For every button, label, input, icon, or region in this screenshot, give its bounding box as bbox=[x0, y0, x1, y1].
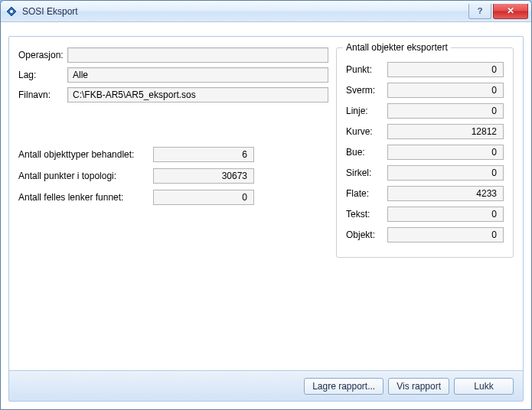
group-eksportert: Antall objekter eksportert Punkt: 0 Sver… bbox=[336, 47, 514, 258]
dialog-body: Operasjon: Lag: Alle Filnavn: C:\FKB-AR5… bbox=[1, 22, 531, 409]
label-filnavn: Filnavn: bbox=[18, 89, 67, 100]
glabel-kurve: Kurve: bbox=[346, 126, 387, 137]
help-icon: ? bbox=[478, 6, 483, 15]
field-lag: Alle bbox=[67, 67, 328, 83]
left-panel: Operasjon: Lag: Alle Filnavn: C:\FKB-AR5… bbox=[18, 47, 328, 363]
label-punkter-topologi: Antall punkter i topologi: bbox=[18, 171, 153, 181]
value-objekttyper: 6 bbox=[153, 147, 254, 162]
value-punkter-topologi: 30673 bbox=[153, 168, 254, 184]
dialog-window: SOSI Eksport ? ✕ Operasjon: Lag: Alle bbox=[0, 0, 532, 410]
lagre-rapport-button[interactable]: Lagre rapport... bbox=[304, 378, 383, 395]
stat-punkter-topologi: Antall punkter i topologi: 30673 bbox=[18, 168, 328, 184]
row-lag: Lag: Alle bbox=[18, 67, 328, 83]
grow-flate: Flate: 4233 bbox=[346, 186, 504, 201]
button-bar: Lagre rapport... Vis rapport Lukk bbox=[9, 370, 523, 401]
glabel-objekt: Objekt: bbox=[346, 229, 387, 240]
svg-point-1 bbox=[10, 10, 13, 13]
label-operasjon: Operasjon: bbox=[18, 50, 67, 60]
gvalue-linje: 0 bbox=[387, 103, 504, 119]
value-felles-lenker: 0 bbox=[153, 190, 254, 205]
field-filnavn: C:\FKB-AR5\AR5_eksport.sos bbox=[67, 87, 328, 102]
gvalue-kurve: 12812 bbox=[387, 124, 504, 139]
glabel-tekst: Tekst: bbox=[346, 209, 387, 220]
gvalue-sirkel: 0 bbox=[387, 165, 504, 181]
group-legend: Antall objekter eksportert bbox=[343, 42, 451, 53]
close-button[interactable]: ✕ bbox=[493, 4, 528, 19]
gvalue-objekt: 0 bbox=[387, 227, 504, 242]
gvalue-bue: 0 bbox=[387, 145, 504, 160]
glabel-linje: Linje: bbox=[346, 106, 387, 116]
vis-rapport-button[interactable]: Vis rapport bbox=[388, 378, 449, 395]
glabel-bue: Bue: bbox=[346, 147, 387, 158]
gvalue-tekst: 0 bbox=[387, 207, 504, 222]
app-icon bbox=[5, 5, 18, 18]
window-title: SOSI Eksport bbox=[22, 6, 467, 17]
close-icon: ✕ bbox=[507, 5, 514, 16]
gvalue-punkt: 0 bbox=[387, 62, 504, 77]
glabel-sirkel: Sirkel: bbox=[346, 168, 387, 178]
titlebar[interactable]: SOSI Eksport ? ✕ bbox=[1, 1, 531, 22]
right-panel: Antall objekter eksportert Punkt: 0 Sver… bbox=[336, 47, 514, 363]
row-filnavn: Filnavn: C:\FKB-AR5\AR5_eksport.sos bbox=[18, 87, 328, 102]
grow-punkt: Punkt: 0 bbox=[346, 62, 504, 77]
field-operasjon bbox=[67, 47, 328, 63]
grow-sirkel: Sirkel: 0 bbox=[346, 165, 504, 181]
grow-kurve: Kurve: 12812 bbox=[346, 124, 504, 139]
glabel-sverm: Sverm: bbox=[346, 85, 387, 96]
label-felles-lenker: Antall felles lenker funnet: bbox=[18, 192, 153, 203]
grow-bue: Bue: 0 bbox=[346, 145, 504, 160]
stat-objekttyper: Antall objekttyper behandlet: 6 bbox=[18, 147, 328, 162]
content-area: Operasjon: Lag: Alle Filnavn: C:\FKB-AR5… bbox=[9, 37, 523, 370]
grow-objekt: Objekt: 0 bbox=[346, 227, 504, 242]
lukk-button[interactable]: Lukk bbox=[454, 378, 514, 395]
label-lag: Lag: bbox=[18, 70, 67, 80]
glabel-punkt: Punkt: bbox=[346, 64, 387, 75]
help-button[interactable]: ? bbox=[468, 4, 491, 19]
grow-linje: Linje: 0 bbox=[346, 103, 504, 119]
gvalue-sverm: 0 bbox=[387, 83, 504, 98]
stats-block: Antall objekttyper behandlet: 6 Antall p… bbox=[18, 147, 328, 211]
grow-tekst: Tekst: 0 bbox=[346, 207, 504, 222]
stat-felles-lenker: Antall felles lenker funnet: 0 bbox=[18, 190, 328, 205]
label-objekttyper: Antall objekttyper behandlet: bbox=[18, 149, 153, 160]
grow-sverm: Sverm: 0 bbox=[346, 83, 504, 98]
content-box: Operasjon: Lag: Alle Filnavn: C:\FKB-AR5… bbox=[8, 36, 524, 402]
window-controls: ? ✕ bbox=[467, 4, 528, 19]
gvalue-flate: 4233 bbox=[387, 186, 504, 201]
glabel-flate: Flate: bbox=[346, 188, 387, 199]
row-operasjon: Operasjon: bbox=[18, 47, 328, 63]
